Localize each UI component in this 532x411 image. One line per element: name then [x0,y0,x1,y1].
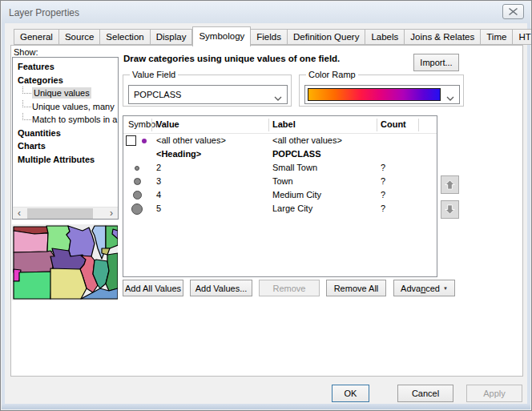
table-row[interactable]: 2 Small Town ? [123,161,437,175]
symbol-cell[interactable] [123,175,151,188]
show-item-unique-values-many[interactable]: Unique values, many [13,100,118,114]
table-row[interactable]: 3 Town ? [123,175,437,188]
unique-values-table: Symbol Value Label Count <all other valu… [123,115,437,277]
tab-source[interactable]: Source [59,29,100,45]
map-preview-svg [12,224,118,300]
show-listbox: Features Categories Unique values Unique… [12,57,119,220]
all-other-values-dot-icon [142,139,147,143]
tree-branch-icon [22,100,31,107]
symbol-cell[interactable] [123,134,151,147]
map-region-wisconsin [66,226,95,256]
symbol-circle-icon[interactable] [133,191,142,199]
show-label: Show: [14,47,38,57]
tree-branch-icon [22,113,31,120]
show-list-hscrollbar[interactable]: ‹ › [13,207,118,219]
chevron-down-icon[interactable] [446,93,454,103]
window-frame-bottom [2,404,530,409]
map-region-south-dakota [14,231,48,252]
dropdown-arrow-icon: ▼ [443,286,448,291]
tab-time[interactable]: Time [481,29,513,45]
add-values-button[interactable]: Add Values... [190,280,252,296]
tab-display[interactable]: Display [151,29,193,45]
symbol-cell[interactable] [123,202,151,216]
show-item-match-to-symbols[interactable]: Match to symbols in a [13,113,118,127]
tab-html-popup[interactable]: HTML Popup [513,29,532,45]
value-field-combobox[interactable]: POPCLASS [128,85,288,104]
map-region-minnesota [46,226,71,252]
advanced-button[interactable]: Advanced ▼ [393,280,455,296]
ok-button[interactable]: OK [332,385,369,402]
symbol-cell[interactable] [123,188,151,202]
table-row[interactable]: 5 Large City ? [123,202,437,216]
layer-properties-dialog: Layer Properties General Source Selectio… [0,0,532,411]
column-header-count: Count [381,119,406,129]
show-item-features[interactable]: Features [13,60,118,74]
tab-bar: General Source Selection Display Symbolo… [14,26,532,46]
scroll-left-icon[interactable]: ‹ [13,208,26,219]
symbol-cell[interactable] [123,161,151,175]
column-header-label: Label [272,119,296,129]
move-down-button[interactable] [441,200,459,219]
tab-fields[interactable]: Fields [251,29,288,45]
hscroll-thumb[interactable] [27,208,93,219]
map-region-kansas [14,272,52,299]
tab-joins-relates[interactable]: Joins & Relates [405,29,481,45]
symbol-circle-icon[interactable] [131,203,143,215]
value-field-selected-value: POPCLASS [134,90,181,99]
move-up-button[interactable] [441,175,459,194]
tab-labels[interactable]: Labels [365,29,405,45]
window-frame-right [527,23,530,409]
value-field-group: Value Field POPCLASS [123,75,292,107]
chevron-down-icon[interactable] [274,93,282,103]
tree-branch-icon [22,87,31,94]
cancel-button[interactable]: Cancel [397,385,453,402]
column-header-value: Value [156,119,179,129]
color-ramp-combobox[interactable] [304,85,460,104]
title-bar[interactable]: Layer Properties [2,2,530,23]
arrow-down-icon [444,203,456,216]
show-item-categories[interactable]: Categories [13,74,118,87]
map-region-nebraska [14,251,54,272]
table-row[interactable]: 4 Medium City ? [123,188,437,202]
value-field-group-label: Value Field [130,70,178,79]
close-icon [509,8,518,15]
tab-symbology[interactable]: Symbology [192,26,251,46]
show-item-quantities[interactable]: Quantities [13,127,118,140]
color-ramp-group-label: Color Ramp [306,70,358,79]
symbology-map-preview [12,224,118,300]
instruction-text: Draw categories using unique values of o… [123,54,340,63]
table-row[interactable]: <Heading> POPCLASS [123,147,437,161]
arrow-up-icon [444,179,456,191]
symbol-circle-icon[interactable] [134,178,141,185]
all-other-values-checkbox[interactable] [126,135,136,146]
show-item-unique-values[interactable]: Unique values [13,87,118,100]
import-button[interactable]: Import... [413,54,459,71]
remove-all-button[interactable]: Remove All [326,280,386,296]
show-item-multiple-attributes[interactable]: Multiple Attributes [13,153,118,167]
symbol-circle-icon[interactable] [135,166,139,171]
table-row[interactable]: <all other values> <all other values> [123,134,437,147]
window-frame-left [2,23,5,409]
scroll-right-icon[interactable]: › [105,208,118,219]
tab-definition-query[interactable]: Definition Query [288,29,365,45]
tab-general[interactable]: General [14,29,59,45]
color-ramp-swatch [308,88,441,101]
apply-button[interactable]: Apply [466,385,522,402]
tab-selection[interactable]: Selection [100,29,150,45]
remove-button[interactable]: Remove [259,280,320,296]
add-all-values-button[interactable]: Add All Values [123,280,183,296]
table-header: Symbol Value Label Count [123,116,437,134]
show-item-charts[interactable]: Charts [13,139,118,153]
window-title: Layer Properties [9,7,79,18]
color-ramp-group: Color Ramp [299,75,464,107]
column-header-symbol: Symbol [128,119,158,129]
close-button[interactable] [502,4,524,19]
map-region-missouri [50,268,87,299]
